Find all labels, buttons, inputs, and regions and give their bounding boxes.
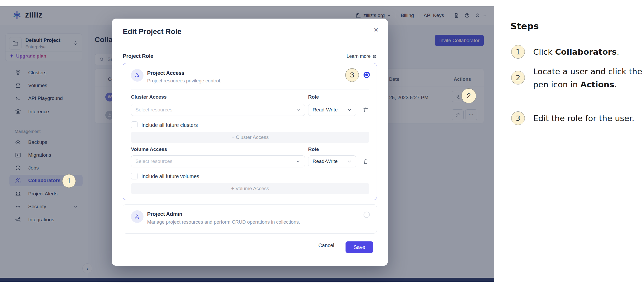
learn-more-link[interactable]: Learn more bbox=[347, 54, 377, 59]
volume-role-label: Role bbox=[308, 146, 319, 152]
modal-title: Edit Project Role bbox=[123, 27, 181, 36]
cluster-select-placeholder: Select resources bbox=[135, 107, 172, 113]
steps-connector-line bbox=[518, 52, 518, 118]
include-future-volumes-checkbox[interactable] bbox=[131, 173, 138, 179]
project-admin-option[interactable]: Project Admin Manage project resources a… bbox=[123, 204, 377, 234]
edit-project-role-modal: Edit Project Role × Project Role Learn m… bbox=[112, 19, 388, 266]
callout-badge-2: 2 bbox=[461, 88, 476, 103]
external-link-icon bbox=[372, 54, 377, 59]
chevron-down-icon bbox=[347, 107, 352, 112]
step-3-badge: 3 bbox=[511, 111, 525, 125]
step-1-badge: 1 bbox=[511, 45, 525, 59]
save-button[interactable]: Save bbox=[346, 241, 373, 253]
project-role-label: Project Role bbox=[123, 53, 153, 59]
trash-icon[interactable] bbox=[363, 107, 369, 113]
chevron-down-icon bbox=[347, 159, 352, 164]
project-admin-description: Manage project resources and perform CRU… bbox=[147, 219, 300, 225]
include-future-clusters-label: Include all future clusters bbox=[141, 122, 198, 128]
step-1-text: Click Collaborators. bbox=[533, 45, 644, 58]
steps-panel: Steps 1 Click Collaborators. 2 Locate a … bbox=[510, 21, 644, 131]
project-access-iconcircle bbox=[131, 69, 143, 82]
volume-access-label: Volume Access bbox=[131, 146, 167, 152]
project-access-option[interactable]: Project Access Project resources privile… bbox=[123, 63, 377, 200]
project-admin-iconcircle bbox=[131, 210, 143, 223]
screenshot-root: zilliz zilliz's org Billing API Keys bbox=[0, 0, 644, 283]
cluster-resources-select[interactable]: Select resources bbox=[131, 104, 305, 116]
cluster-role-select[interactable]: Read-Write bbox=[308, 104, 356, 116]
cluster-role-value: Read-Write bbox=[313, 107, 338, 113]
add-cluster-access-button[interactable]: + Cluster Access bbox=[131, 132, 369, 143]
cluster-role-label: Role bbox=[308, 94, 319, 100]
user-gear-icon bbox=[134, 213, 140, 220]
volume-resources-select[interactable]: Select resources bbox=[131, 155, 305, 167]
add-volume-access-button[interactable]: + Volume Access bbox=[131, 183, 369, 194]
step-2-text: Locate a user and click thepen icon in A… bbox=[533, 65, 644, 91]
volume-role-value: Read-Write bbox=[313, 159, 338, 164]
project-access-title: Project Access bbox=[147, 70, 185, 76]
volume-role-select[interactable]: Read-Write bbox=[308, 155, 356, 167]
volume-select-placeholder: Select resources bbox=[135, 159, 172, 164]
project-access-radio[interactable] bbox=[364, 72, 370, 78]
steps-title: Steps bbox=[510, 21, 539, 31]
project-admin-title: Project Admin bbox=[147, 211, 182, 217]
chevron-down-icon bbox=[296, 107, 301, 112]
trash-icon[interactable] bbox=[363, 158, 369, 165]
project-admin-radio[interactable] bbox=[364, 212, 370, 218]
project-access-description: Project resources privilege control. bbox=[147, 78, 221, 84]
cluster-access-label: Cluster Access bbox=[131, 94, 167, 100]
callout-badge-1: 1 bbox=[62, 174, 76, 188]
card-divider bbox=[131, 89, 369, 89]
step-3-text: Edit the role for the user. bbox=[533, 112, 644, 125]
close-icon[interactable]: × bbox=[373, 25, 378, 34]
include-future-volumes-label: Include all future volumes bbox=[141, 173, 199, 179]
callout-badge-3: 3 bbox=[345, 68, 359, 82]
include-future-clusters-checkbox[interactable] bbox=[131, 121, 138, 128]
step-2-badge: 2 bbox=[511, 71, 525, 84]
chevron-down-icon bbox=[296, 159, 301, 164]
user-pen-icon bbox=[134, 72, 140, 78]
cancel-button[interactable]: Cancel bbox=[318, 242, 334, 248]
